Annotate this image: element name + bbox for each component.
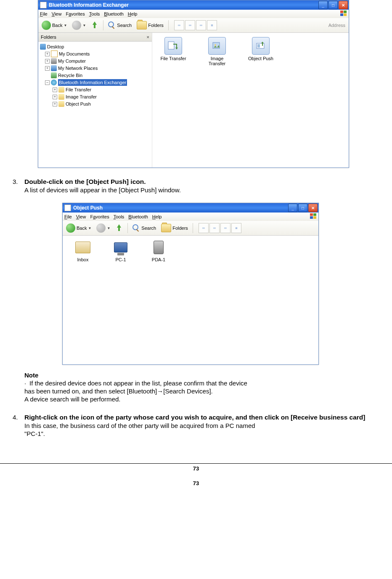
view-btn-1[interactable]: ▫▫ [199, 223, 209, 233]
step-number: 4. [13, 414, 24, 438]
close-pane-button[interactable]: × [147, 35, 149, 40]
item-object-push[interactable]: Object Push [244, 37, 278, 61]
note-title: Note [24, 372, 392, 379]
view-btn-3[interactable]: ▫▫ [196, 20, 206, 30]
close-button[interactable]: ✕ [308, 204, 318, 212]
forward-button[interactable]: ▼ [70, 20, 87, 31]
item-file-transfer[interactable]: File Transfer [156, 37, 190, 61]
back-icon [66, 223, 75, 233]
computer-icon [51, 58, 57, 64]
tree-recycle[interactable]: Recycle Bin [39, 72, 151, 79]
item-label: ImageTransfer [209, 56, 226, 66]
address-label: Address [328, 23, 347, 28]
item-label: PC-1 [115, 257, 126, 262]
expand-icon[interactable]: + [53, 95, 57, 99]
view-buttons: ▫▫ ▫▫ ▫▫ ≡ [199, 223, 241, 233]
item-inbox[interactable]: Inbox [66, 239, 100, 262]
search-icon [108, 21, 116, 29]
expand-icon[interactable]: + [53, 88, 57, 92]
tree-object-push[interactable]: + Object Push [39, 101, 151, 108]
back-button[interactable]: Back ▼ [64, 223, 93, 234]
file-transfer-icon [58, 87, 64, 93]
tree-mydocs[interactable]: + My Documents [39, 50, 151, 58]
folders-button[interactable]: Folders [135, 20, 165, 30]
inbox-icon [74, 239, 91, 256]
search-button[interactable]: Search [131, 223, 158, 233]
minimize-button[interactable]: _ [318, 1, 328, 9]
menu-view[interactable]: View [76, 214, 86, 219]
step-text: "PC-1". [24, 430, 392, 437]
separator [168, 20, 169, 30]
tree-image-transfer[interactable]: + Image Transfer [39, 93, 151, 101]
note-block: Note If the desired device does not appe… [24, 372, 392, 403]
folders-button[interactable]: Folders [159, 223, 190, 233]
chevron-down-icon: ▼ [64, 24, 67, 27]
forward-button[interactable]: ▼ [95, 223, 112, 234]
menu-view[interactable]: View [52, 11, 62, 16]
step-text: In this case, the business card of the o… [24, 422, 392, 429]
image-transfer-icon [208, 37, 226, 55]
maximize-button[interactable]: □ [328, 1, 338, 9]
menu-favorites[interactable]: Favorites [66, 11, 85, 16]
menu-tools[interactable]: Tools [114, 214, 124, 219]
menu-bluetooth[interactable]: Bluetooth [104, 11, 124, 16]
app-icon [64, 205, 71, 211]
back-button[interactable]: Back ▼ [40, 20, 69, 31]
item-pda-1[interactable]: PDA-1 [142, 239, 175, 262]
up-button[interactable] [89, 21, 100, 30]
pda-icon [150, 239, 167, 256]
item-label: Inbox [77, 257, 89, 262]
tree-mycomp[interactable]: + My Computer [39, 58, 151, 65]
svg-marker-5 [175, 48, 178, 49]
menu-bluetooth[interactable]: Bluetooth [128, 214, 148, 219]
back-label: Back [77, 226, 87, 231]
item-pc-1[interactable]: PC-1 [104, 239, 138, 262]
forward-icon [72, 21, 81, 30]
view-btn-3[interactable]: ▫▫ [220, 223, 230, 233]
folders-header-label: Folders [41, 35, 56, 40]
menu-help[interactable]: Help [128, 11, 138, 16]
menu-tools[interactable]: Tools [89, 11, 100, 16]
item-image-transfer[interactable]: ImageTransfer [200, 37, 234, 66]
up-button[interactable] [114, 223, 124, 233]
view-btn-4[interactable]: ≡ [231, 223, 241, 233]
menu-help[interactable]: Help [152, 214, 162, 219]
chevron-down-icon: ▼ [88, 226, 91, 230]
step-3: 3. Double-click on the [Object Push] ico… [13, 178, 392, 194]
step-text: A list of devices will appear in the [Ob… [24, 186, 392, 194]
tree-desktop[interactable]: Desktop [39, 43, 151, 50]
view-btn-4[interactable]: ≡ [207, 20, 217, 30]
step-number: 3. [13, 178, 24, 194]
expand-icon[interactable]: + [45, 52, 50, 56]
view-buttons: ▫▫ ▫▫ ▫▫ ≡ [174, 20, 217, 30]
menu-favorites[interactable]: Favorites [90, 214, 109, 219]
maximize-button[interactable]: □ [298, 204, 307, 212]
menu-file[interactable]: File [64, 214, 72, 219]
view-btn-1[interactable]: ▫▫ [174, 20, 184, 30]
tree-file-transfer[interactable]: + File Transfer [39, 86, 151, 93]
svg-rect-1 [344, 11, 347, 13]
view-btn-2[interactable]: ▫▫ [209, 223, 220, 233]
expand-icon[interactable]: + [45, 59, 50, 64]
window-title: Bluetooth Information Exchanger [49, 2, 318, 8]
folders-label: Folders [148, 23, 164, 28]
close-button[interactable]: ✕ [339, 1, 348, 9]
separator [193, 223, 193, 233]
minimize-button[interactable]: _ [288, 204, 297, 212]
expand-icon[interactable]: + [53, 102, 57, 106]
tree-mynet[interactable]: + My Network Places [39, 65, 151, 72]
toolbar: Back ▼ ▼ Search Folders [63, 221, 318, 236]
tree-bluetooth-exchanger[interactable]: − Bluetooth Information Exchanger [39, 79, 151, 86]
folders-label: Folders [172, 226, 188, 231]
back-icon [42, 21, 51, 30]
view-btn-2[interactable]: ▫▫ [185, 20, 195, 30]
desktop-icon [40, 44, 46, 50]
footer-separator [0, 463, 392, 464]
collapse-icon[interactable]: − [45, 80, 50, 85]
content-pane: File Transfer ImageTransfer Object Push [152, 33, 349, 167]
svg-rect-2 [340, 13, 343, 16]
expand-icon[interactable]: + [45, 66, 50, 71]
windows-flag-icon [310, 213, 317, 219]
search-button[interactable]: Search [106, 21, 133, 30]
menu-file[interactable]: File [40, 11, 48, 16]
